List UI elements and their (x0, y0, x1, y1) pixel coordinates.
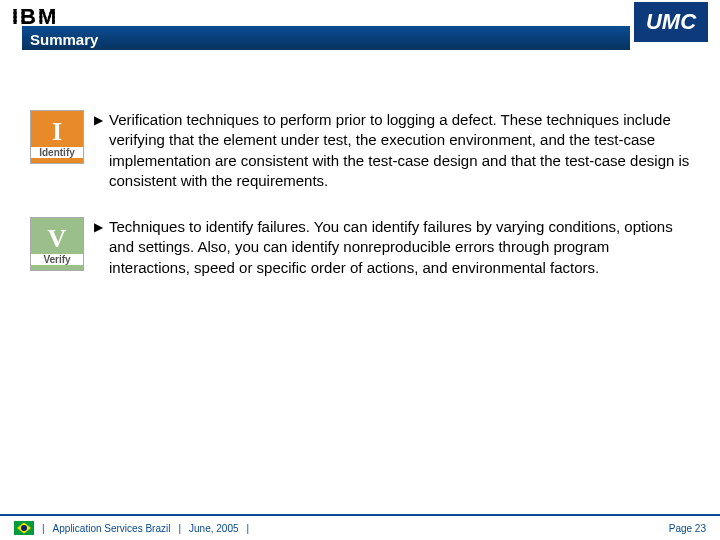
bullet-text: Techniques to identify failures. You can… (109, 217, 690, 278)
bullet-marker-icon: ▶ (94, 217, 103, 278)
bullet-marker-icon: ▶ (94, 110, 103, 191)
header: IBM Summary UMC (0, 0, 720, 50)
footer-left: | Application Services Brazil | June, 20… (14, 521, 249, 535)
brazil-flag-icon (14, 521, 34, 535)
verify-badge-letter: V (48, 224, 67, 254)
identify-badge: I Identify (30, 110, 84, 164)
bullet-row: ▶ Techniques to identify failures. You c… (94, 217, 690, 278)
bullet-text: Verification techniques to perform prior… (109, 110, 690, 191)
bullet-item: I Identify ▶ Verification techniques to … (30, 110, 690, 191)
page-number: Page 23 (669, 523, 706, 534)
footer-date: June, 2005 (189, 523, 239, 534)
title-bar: Summary (22, 26, 630, 50)
bullet-item: V Verify ▶ Techniques to identify failur… (30, 217, 690, 278)
footer-sep: | (178, 523, 181, 534)
footer-org: Application Services Brazil (53, 523, 171, 534)
umc-logo: UMC (634, 2, 708, 42)
footer-sep: | (42, 523, 45, 534)
identify-badge-letter: I (52, 117, 62, 147)
verify-badge-label: Verify (31, 254, 83, 265)
slide: IBM Summary UMC I Identify ▶ Verificatio… (0, 0, 720, 540)
slide-body: I Identify ▶ Verification techniques to … (30, 110, 690, 304)
verify-badge: V Verify (30, 217, 84, 271)
umc-logo-text: UMC (646, 9, 696, 35)
bullet-row: ▶ Verification techniques to perform pri… (94, 110, 690, 191)
page-title: Summary (30, 31, 98, 48)
identify-badge-label: Identify (31, 147, 83, 158)
footer: | Application Services Brazil | June, 20… (0, 514, 720, 540)
footer-sep: | (247, 523, 250, 534)
